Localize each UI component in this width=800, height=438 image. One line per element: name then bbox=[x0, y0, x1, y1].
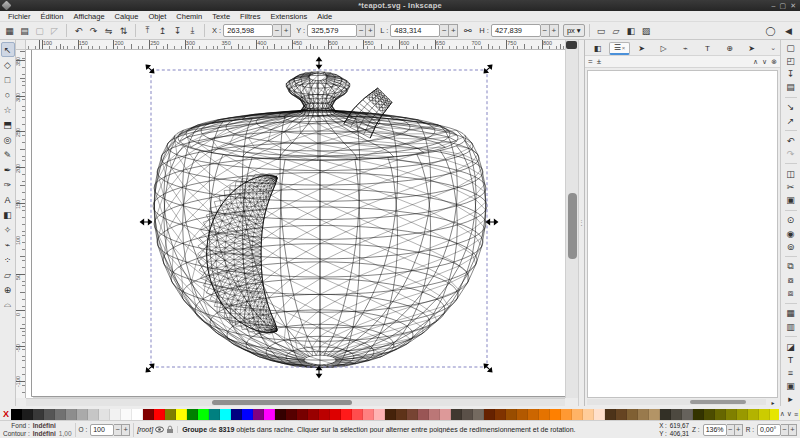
calligraphy-tool[interactable]: ✑ bbox=[1, 177, 15, 192]
color-swatch[interactable] bbox=[759, 409, 770, 420]
color-swatch[interactable] bbox=[396, 409, 407, 420]
open-document-button[interactable]: ◰ bbox=[783, 54, 799, 67]
color-swatch[interactable] bbox=[451, 409, 462, 420]
rotation-decrement-button[interactable]: − bbox=[781, 424, 789, 436]
tab-symbols[interactable]: ➤ bbox=[741, 42, 762, 55]
minimize-button[interactable]: – bbox=[772, 1, 776, 10]
color-swatch[interactable] bbox=[649, 409, 660, 420]
color-swatch[interactable] bbox=[198, 409, 209, 420]
current-layer-name[interactable]: [root] bbox=[137, 426, 153, 433]
teapot-wireframe-drawing[interactable] bbox=[26, 50, 565, 398]
selection-scale-handle[interactable] bbox=[487, 220, 498, 225]
undo-button[interactable]: ↶ bbox=[783, 134, 799, 147]
opacity-increment-button[interactable]: + bbox=[122, 424, 130, 436]
copy-button[interactable]: ◫ bbox=[783, 167, 799, 180]
menu-affichage[interactable]: Affichage bbox=[68, 11, 109, 22]
dock-scroll-arrow[interactable]: ▸ bbox=[768, 398, 778, 406]
menu-filtres[interactable]: Filtres bbox=[235, 11, 265, 22]
y-increment-button[interactable]: + bbox=[366, 24, 375, 37]
spiral-tool[interactable]: ◎ bbox=[1, 132, 15, 147]
selection-bounding-box[interactable] bbox=[151, 70, 487, 367]
tab-document-properties[interactable]: ▷ bbox=[653, 42, 674, 55]
color-swatch[interactable] bbox=[737, 409, 748, 420]
color-swatch[interactable] bbox=[506, 409, 517, 420]
color-swatch[interactable] bbox=[561, 409, 572, 420]
horizontal-scrollbar[interactable] bbox=[26, 398, 565, 406]
color-swatch[interactable] bbox=[418, 409, 429, 420]
raise-button[interactable]: ↥ bbox=[155, 23, 170, 38]
color-swatch[interactable] bbox=[407, 409, 418, 420]
vertical-ruler[interactable]: 350300250200150100500-50-100 bbox=[16, 50, 26, 398]
menu-extensions[interactable]: Extensions bbox=[266, 11, 313, 22]
color-swatch[interactable] bbox=[154, 409, 165, 420]
fill-stroke-dialog-button[interactable]: ◪ bbox=[783, 340, 799, 353]
group-objects-button[interactable]: ▦ bbox=[783, 307, 799, 320]
width-increment-button[interactable]: + bbox=[449, 24, 458, 37]
selection-scale-handle[interactable] bbox=[482, 362, 493, 373]
zoom-selection-button[interactable]: ⊙ bbox=[783, 214, 799, 227]
color-swatch[interactable] bbox=[583, 409, 594, 420]
palette-scroll-up[interactable]: ∧ bbox=[780, 410, 785, 418]
color-swatch[interactable] bbox=[660, 409, 671, 420]
color-swatch[interactable] bbox=[616, 409, 627, 420]
color-swatch[interactable] bbox=[715, 409, 726, 420]
y-input[interactable]: 325,579 bbox=[307, 24, 357, 37]
color-swatch[interactable] bbox=[242, 409, 253, 420]
menu-chemin[interactable]: Chemin bbox=[171, 11, 207, 22]
color-swatch[interactable] bbox=[11, 409, 22, 420]
tab-transform[interactable]: ⊕ bbox=[719, 42, 740, 55]
zoom-increment-button[interactable]: + bbox=[735, 424, 743, 436]
color-swatch[interactable] bbox=[704, 409, 715, 420]
height-decrement-button[interactable]: − bbox=[541, 24, 550, 37]
star-tool[interactable]: ☆ bbox=[1, 102, 15, 117]
dock-horizontal-scrollbar[interactable] bbox=[587, 399, 766, 405]
color-swatch[interactable] bbox=[286, 409, 297, 420]
color-swatch[interactable] bbox=[165, 409, 176, 420]
select-all-button[interactable]: ▦ bbox=[2, 23, 17, 38]
units-dropdown[interactable]: px ▾ bbox=[563, 24, 585, 37]
rectangle-tool[interactable]: □ bbox=[1, 72, 15, 87]
dock-close[interactable]: ⊗ bbox=[771, 58, 777, 66]
color-swatch[interactable] bbox=[176, 409, 187, 420]
layer-visibility-eye-icon[interactable] bbox=[155, 425, 164, 434]
color-swatch[interactable] bbox=[550, 409, 561, 420]
color-swatch[interactable] bbox=[484, 409, 495, 420]
print-document-button[interactable]: ▤ bbox=[783, 81, 799, 94]
height-input[interactable]: 427,839 bbox=[491, 24, 541, 37]
rotate-90-ccw-button[interactable]: ↶ bbox=[71, 23, 86, 38]
color-swatch[interactable] bbox=[308, 409, 319, 420]
vertical-scrollbar[interactable] bbox=[565, 40, 578, 398]
export-bitmap-button[interactable]: ↗ bbox=[783, 114, 799, 127]
spray-tool[interactable]: ⁘ bbox=[1, 252, 15, 267]
maximize-button[interactable]: ▢ bbox=[780, 1, 787, 10]
dock-handle[interactable]: = bbox=[588, 57, 593, 66]
color-swatch[interactable] bbox=[671, 409, 682, 420]
palette-scroll-down[interactable]: ∨ bbox=[787, 410, 792, 418]
dropper-tool[interactable]: ✧ bbox=[1, 222, 15, 237]
snap-global-toggle[interactable]: ◯ bbox=[763, 23, 778, 38]
color-swatch[interactable] bbox=[209, 409, 220, 420]
color-swatch[interactable] bbox=[297, 409, 308, 420]
color-swatch[interactable] bbox=[594, 409, 605, 420]
selection-scale-handle[interactable] bbox=[144, 63, 155, 74]
color-swatch[interactable] bbox=[264, 409, 275, 420]
eraser-tool[interactable]: ▱ bbox=[1, 267, 15, 282]
color-swatch[interactable] bbox=[352, 409, 363, 420]
width-decrement-button[interactable]: − bbox=[440, 24, 449, 37]
layer-lock-icon[interactable] bbox=[166, 425, 174, 434]
rotation-increment-button[interactable]: + bbox=[789, 424, 797, 436]
text-dialog-button[interactable]: T bbox=[783, 353, 799, 366]
collapse-toolbar[interactable]: ◀ bbox=[781, 23, 796, 38]
menu-texte[interactable]: Texte bbox=[207, 11, 235, 22]
palette-menu[interactable]: ≡ bbox=[794, 411, 798, 418]
color-swatch[interactable] bbox=[275, 409, 286, 420]
color-swatch[interactable] bbox=[319, 409, 330, 420]
color-swatch[interactable] bbox=[341, 409, 352, 420]
color-swatch[interactable] bbox=[33, 409, 44, 420]
flip-vertical-button[interactable]: ⇅ bbox=[116, 23, 131, 38]
affect-gradients-button[interactable]: ◧ bbox=[624, 23, 639, 38]
canvas[interactable] bbox=[26, 50, 565, 398]
new-document-button[interactable]: ▢ bbox=[783, 41, 799, 54]
rotation-input[interactable]: 0,00° bbox=[757, 424, 781, 436]
opacity-input[interactable]: 100 bbox=[90, 424, 114, 436]
